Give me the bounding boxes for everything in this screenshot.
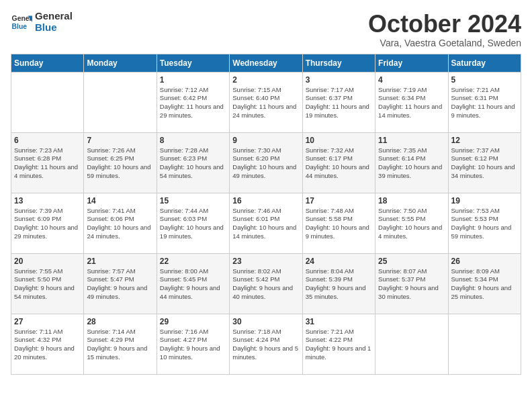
weekday-label: Saturday: [448, 54, 521, 72]
calendar-body: 1Sunrise: 7:12 AM Sunset: 6:42 PM Daylig…: [11, 72, 521, 374]
calendar-cell: 15Sunrise: 7:44 AM Sunset: 6:03 PM Dayli…: [157, 193, 229, 253]
day-number: 13: [14, 196, 81, 205]
cell-info: Sunrise: 7:16 AM Sunset: 4:27 PM Dayligh…: [160, 328, 226, 362]
svg-text:Blue: Blue: [12, 22, 28, 30]
cell-info: Sunrise: 7:39 AM Sunset: 6:09 PM Dayligh…: [14, 207, 81, 241]
cell-info: Sunrise: 7:21 AM Sunset: 4:22 PM Dayligh…: [306, 328, 372, 362]
day-number: 22: [160, 257, 226, 266]
calendar-cell: [84, 72, 157, 132]
day-number: 4: [378, 75, 445, 85]
calendar-cell: [448, 314, 521, 374]
day-number: 24: [306, 257, 372, 266]
cell-info: Sunrise: 7:26 AM Sunset: 6:25 PM Dayligh…: [87, 146, 153, 181]
cell-info: Sunrise: 7:32 AM Sunset: 6:17 PM Dayligh…: [306, 146, 372, 181]
calendar-cell: 28Sunrise: 7:14 AM Sunset: 4:29 PM Dayli…: [84, 314, 157, 374]
calendar-cell: 17Sunrise: 7:48 AM Sunset: 5:58 PM Dayli…: [302, 193, 375, 253]
cell-info: Sunrise: 8:09 AM Sunset: 5:34 PM Dayligh…: [451, 267, 518, 302]
day-number: 15: [160, 196, 226, 205]
day-number: 21: [87, 257, 153, 266]
day-number: 12: [451, 136, 518, 145]
day-number: 23: [232, 257, 299, 266]
cell-info: Sunrise: 7:28 AM Sunset: 6:23 PM Dayligh…: [160, 146, 226, 181]
day-number: 30: [232, 317, 299, 326]
cell-info: Sunrise: 7:17 AM Sunset: 6:37 PM Dayligh…: [306, 86, 372, 120]
logo-line1: General: [35, 11, 73, 22]
calendar-cell: 11Sunrise: 7:35 AM Sunset: 6:14 PM Dayli…: [375, 132, 448, 193]
day-number: 6: [14, 136, 81, 145]
day-number: 18: [378, 196, 445, 205]
weekday-label: Thursday: [302, 54, 375, 72]
calendar-cell: 12Sunrise: 7:37 AM Sunset: 6:12 PM Dayli…: [448, 132, 521, 193]
calendar-week-row: 13Sunrise: 7:39 AM Sunset: 6:09 PM Dayli…: [11, 193, 521, 253]
cell-info: Sunrise: 7:55 AM Sunset: 5:50 PM Dayligh…: [14, 267, 81, 302]
day-number: 19: [451, 196, 518, 205]
cell-info: Sunrise: 7:12 AM Sunset: 6:42 PM Dayligh…: [160, 86, 226, 120]
day-number: 1: [160, 75, 226, 85]
weekday-label: Sunday: [11, 54, 84, 72]
day-number: 8: [160, 136, 226, 145]
cell-info: Sunrise: 7:19 AM Sunset: 6:34 PM Dayligh…: [378, 86, 445, 120]
day-number: 27: [14, 317, 81, 326]
day-number: 16: [232, 196, 299, 205]
calendar-cell: [375, 314, 448, 374]
calendar-cell: 29Sunrise: 7:16 AM Sunset: 4:27 PM Dayli…: [157, 314, 229, 374]
calendar-table: SundayMondayTuesdayWednesdayThursdayFrid…: [11, 54, 521, 375]
calendar-cell: 26Sunrise: 8:09 AM Sunset: 5:34 PM Dayli…: [448, 253, 521, 314]
calendar-week-row: 6Sunrise: 7:23 AM Sunset: 6:28 PM Daylig…: [11, 132, 521, 193]
logo: General Blue General Blue: [11, 11, 73, 33]
subtitle: Vara, Vaestra Goetaland, Sweden: [368, 38, 521, 48]
day-number: 28: [87, 317, 153, 326]
weekday-label: Wednesday: [230, 54, 302, 72]
calendar-cell: 8Sunrise: 7:28 AM Sunset: 6:23 PM Daylig…: [157, 132, 229, 193]
day-number: 20: [14, 257, 81, 266]
cell-info: Sunrise: 7:11 AM Sunset: 4:32 PM Dayligh…: [14, 328, 81, 362]
calendar-cell: 23Sunrise: 8:02 AM Sunset: 5:42 PM Dayli…: [230, 253, 302, 314]
cell-info: Sunrise: 7:53 AM Sunset: 5:53 PM Dayligh…: [451, 207, 518, 241]
calendar-cell: 2Sunrise: 7:15 AM Sunset: 6:40 PM Daylig…: [230, 72, 302, 132]
day-number: 10: [306, 136, 372, 145]
cell-info: Sunrise: 7:18 AM Sunset: 4:24 PM Dayligh…: [232, 328, 299, 362]
calendar-cell: 9Sunrise: 7:30 AM Sunset: 6:20 PM Daylig…: [230, 132, 302, 193]
calendar-cell: 4Sunrise: 7:19 AM Sunset: 6:34 PM Daylig…: [375, 72, 448, 132]
day-number: 17: [306, 196, 372, 205]
page-header: General Blue General Blue October 2024 V…: [11, 11, 521, 48]
cell-info: Sunrise: 7:35 AM Sunset: 6:14 PM Dayligh…: [378, 146, 445, 181]
cell-info: Sunrise: 8:00 AM Sunset: 5:45 PM Dayligh…: [160, 267, 226, 302]
calendar-cell: 21Sunrise: 7:57 AM Sunset: 5:47 PM Dayli…: [84, 253, 157, 314]
cell-info: Sunrise: 7:30 AM Sunset: 6:20 PM Dayligh…: [232, 146, 299, 181]
calendar-cell: 6Sunrise: 7:23 AM Sunset: 6:28 PM Daylig…: [11, 132, 84, 193]
day-number: 29: [160, 317, 226, 326]
calendar-cell: 10Sunrise: 7:32 AM Sunset: 6:17 PM Dayli…: [302, 132, 375, 193]
weekday-label: Monday: [84, 54, 157, 72]
day-number: 7: [87, 136, 153, 145]
calendar-cell: 14Sunrise: 7:41 AM Sunset: 6:06 PM Dayli…: [84, 193, 157, 253]
calendar-cell: 25Sunrise: 8:07 AM Sunset: 5:37 PM Dayli…: [375, 253, 448, 314]
calendar-cell: 24Sunrise: 8:04 AM Sunset: 5:39 PM Dayli…: [302, 253, 375, 314]
cell-info: Sunrise: 7:44 AM Sunset: 6:03 PM Dayligh…: [160, 207, 226, 241]
calendar-cell: [11, 72, 84, 132]
calendar-cell: 30Sunrise: 7:18 AM Sunset: 4:24 PM Dayli…: [230, 314, 302, 374]
weekday-label: Friday: [375, 54, 448, 72]
day-number: 9: [232, 136, 299, 145]
calendar-cell: 20Sunrise: 7:55 AM Sunset: 5:50 PM Dayli…: [11, 253, 84, 314]
day-number: 26: [451, 257, 518, 266]
cell-info: Sunrise: 8:07 AM Sunset: 5:37 PM Dayligh…: [378, 267, 445, 302]
day-number: 2: [232, 75, 299, 85]
calendar-cell: 16Sunrise: 7:46 AM Sunset: 6:01 PM Dayli…: [230, 193, 302, 253]
cell-info: Sunrise: 8:04 AM Sunset: 5:39 PM Dayligh…: [306, 267, 372, 302]
calendar-cell: 27Sunrise: 7:11 AM Sunset: 4:32 PM Dayli…: [11, 314, 84, 374]
day-number: 5: [451, 75, 518, 85]
logo-line2: Blue: [35, 22, 73, 34]
calendar-week-row: 1Sunrise: 7:12 AM Sunset: 6:42 PM Daylig…: [11, 72, 521, 132]
calendar-cell: 18Sunrise: 7:50 AM Sunset: 5:55 PM Dayli…: [375, 193, 448, 253]
calendar-week-row: 20Sunrise: 7:55 AM Sunset: 5:50 PM Dayli…: [11, 253, 521, 314]
calendar-cell: 13Sunrise: 7:39 AM Sunset: 6:09 PM Dayli…: [11, 193, 84, 253]
logo-icon: General Blue: [11, 11, 32, 33]
cell-info: Sunrise: 7:14 AM Sunset: 4:29 PM Dayligh…: [87, 328, 153, 362]
cell-info: Sunrise: 7:37 AM Sunset: 6:12 PM Dayligh…: [451, 146, 518, 181]
weekday-label: Tuesday: [157, 54, 229, 72]
cell-info: Sunrise: 7:48 AM Sunset: 5:58 PM Dayligh…: [306, 207, 372, 241]
cell-info: Sunrise: 7:23 AM Sunset: 6:28 PM Dayligh…: [14, 146, 81, 181]
cell-info: Sunrise: 7:41 AM Sunset: 6:06 PM Dayligh…: [87, 207, 153, 241]
calendar-cell: 7Sunrise: 7:26 AM Sunset: 6:25 PM Daylig…: [84, 132, 157, 193]
